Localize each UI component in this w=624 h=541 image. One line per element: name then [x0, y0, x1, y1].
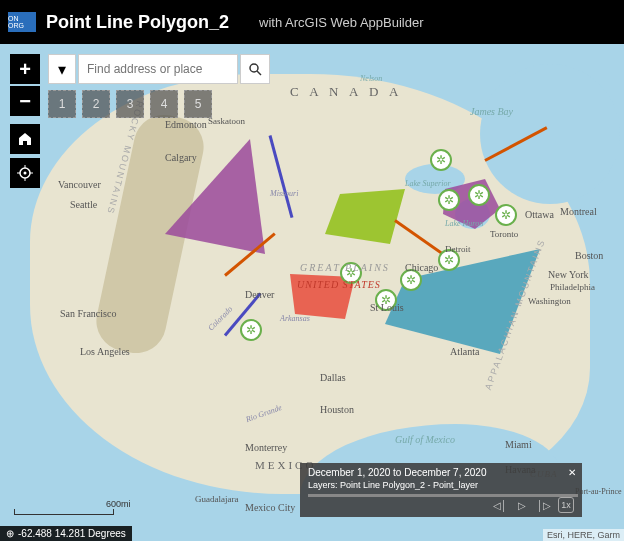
app-header: ON ORG Point Line Polygon_2 with ArcGIS … — [0, 0, 624, 44]
search-icon — [248, 62, 262, 76]
zoom-in-button[interactable]: + — [10, 54, 40, 84]
bookmarks-row: 1 2 3 4 5 — [48, 90, 212, 118]
city-saskatoon: Saskatoon — [208, 116, 245, 126]
scalebar: 600mi — [14, 509, 114, 515]
bookmark-1[interactable]: 1 — [48, 90, 76, 118]
app-logo: ON ORG — [8, 12, 36, 32]
label-great-plains: GREAT PLAINS — [300, 262, 390, 273]
city-dallas: Dallas — [320, 372, 346, 383]
coordinate-value: -62.488 14.281 Degrees — [18, 528, 126, 539]
city-guadalajara: Guadalajara — [195, 494, 238, 504]
city-calgary: Calgary — [165, 152, 197, 163]
city-montreal: Montreal — [560, 206, 597, 217]
city-ny: New York — [548, 269, 589, 280]
zoom-out-button[interactable]: − — [10, 86, 40, 116]
time-layers-label: Layers: Point Line Polygon_2 - Point_lay… — [308, 480, 574, 490]
locate-button[interactable] — [10, 158, 40, 188]
time-play-button[interactable]: ▷ — [514, 497, 530, 513]
time-close-button[interactable]: ✕ — [568, 467, 576, 478]
zoom-controls: + − — [10, 54, 40, 188]
home-button[interactable] — [10, 124, 40, 154]
search-source-dropdown[interactable]: ▾ — [48, 54, 76, 84]
search-button[interactable] — [240, 54, 270, 84]
city-phila: Philadelphia — [550, 282, 595, 292]
svg-point-7 — [250, 64, 258, 72]
city-boston: Boston — [575, 250, 603, 261]
city-houston: Houston — [320, 404, 354, 415]
time-speed-button[interactable]: 1x — [558, 497, 574, 513]
scalebar-label: 600mi — [106, 499, 131, 509]
coordinate-display: ⊕ -62.488 14.281 Degrees — [0, 526, 132, 541]
time-controls: ◁│ ▷ │▷ 1x — [492, 497, 574, 513]
city-edmonton: Edmonton — [165, 119, 207, 130]
bookmark-5[interactable]: 5 — [184, 90, 212, 118]
coordinate-icon[interactable]: ⊕ — [6, 528, 14, 539]
label-james-bay: James Bay — [470, 106, 513, 117]
label-gulf-mexico: Gulf of Mexico — [395, 434, 455, 445]
point-marker[interactable]: ✲ — [468, 184, 490, 206]
city-detroit: Detroit — [445, 244, 471, 254]
city-monterrey: Monterrey — [245, 442, 287, 453]
time-next-button[interactable]: │▷ — [536, 497, 552, 513]
city-chicago: Chicago — [405, 262, 438, 273]
svg-marker-1 — [325, 189, 405, 244]
city-seattle: Seattle — [70, 199, 97, 210]
point-marker[interactable]: ✲ — [495, 204, 517, 226]
city-sf: San Francisco — [60, 308, 116, 319]
chevron-down-icon: ▾ — [58, 60, 66, 79]
bookmark-3[interactable]: 3 — [116, 90, 144, 118]
label-arkansas: Arkansas — [280, 314, 310, 323]
label-nelson: Nelson — [360, 74, 382, 83]
label-lake-superior: Lake Superior — [405, 179, 451, 188]
city-miami: Miami — [505, 439, 532, 450]
city-mexico-city: Mexico City — [245, 502, 295, 513]
city-ottawa: Ottawa — [525, 209, 554, 220]
label-lake-huron: Lake Huron — [445, 219, 483, 228]
app-title: Point Line Polygon_2 — [46, 12, 229, 33]
map-view[interactable]: ✲ ✲ ✲ ✲ ✲ ✲ ✲ ✲ ✲ C A N A D A MEXICO UNI… — [0, 44, 624, 541]
city-toronto: Toronto — [490, 229, 518, 239]
point-marker[interactable]: ✲ — [240, 319, 262, 341]
map-attribution: Esri, HERE, Garm — [543, 529, 624, 541]
search-input[interactable] — [78, 54, 238, 84]
time-slider-widget: December 1, 2020 to December 7, 2020 Lay… — [300, 463, 582, 517]
label-canada: C A N A D A — [290, 84, 402, 100]
scalebar-line — [14, 509, 114, 515]
bookmark-4[interactable]: 4 — [150, 90, 178, 118]
city-vancouver: Vancouver — [58, 179, 101, 190]
label-missouri: Missouri — [270, 189, 298, 198]
bookmark-2[interactable]: 2 — [82, 90, 110, 118]
city-st-louis: St Louis — [370, 302, 404, 313]
city-washington: Washington — [528, 296, 571, 306]
search-bar: ▾ — [48, 54, 270, 84]
locate-icon — [17, 165, 33, 181]
svg-point-6 — [24, 172, 27, 175]
home-icon — [17, 131, 33, 147]
city-atlanta: Atlanta — [450, 346, 479, 357]
time-prev-button[interactable]: ◁│ — [492, 497, 508, 513]
point-marker[interactable]: ✲ — [438, 189, 460, 211]
time-range-label: December 1, 2020 to December 7, 2020 — [308, 467, 574, 478]
label-usa: UNITED STATES — [297, 280, 381, 290]
city-denver: Denver — [245, 289, 274, 300]
city-la: Los Angeles — [80, 346, 130, 357]
point-marker[interactable]: ✲ — [430, 149, 452, 171]
app-subtitle: with ArcGIS Web AppBuilder — [259, 15, 424, 30]
